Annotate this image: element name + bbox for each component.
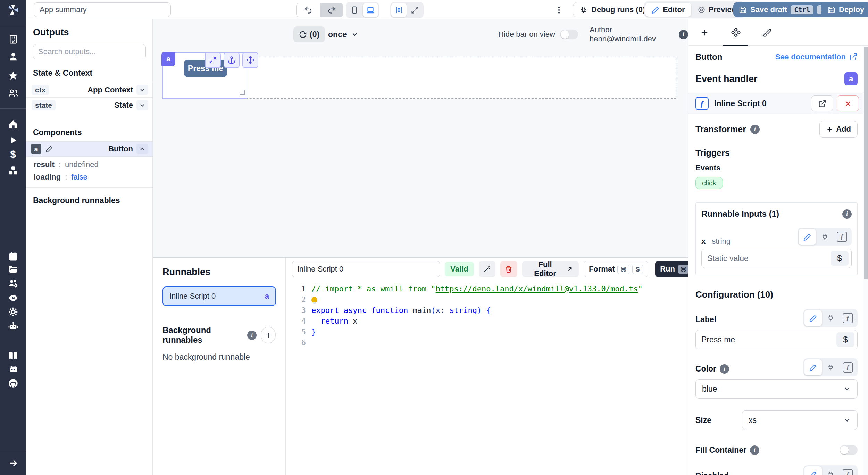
result-output-row[interactable]: result : undefined: [34, 160, 152, 169]
label-value-input[interactable]: [701, 335, 836, 344]
code-lines[interactable]: // import * as wmill from "https://deno.…: [306, 283, 643, 475]
sidebar-collapse-arrow-icon[interactable]: [7, 457, 19, 469]
app-canvas[interactable]: (0) once Hide bar on view Author henri@w…: [153, 19, 688, 257]
info-icon[interactable]: i: [247, 331, 257, 340]
refresh-interval-dropdown[interactable]: once: [328, 26, 359, 42]
panel-scrollbar[interactable]: [863, 46, 868, 475]
full-editor-button[interactable]: Full Editor: [522, 261, 579, 277]
state-row[interactable]: state State: [26, 97, 152, 112]
undo-icon: [304, 6, 313, 15]
eval-mode-button[interactable]: ƒ: [839, 466, 857, 475]
sidebar-item-workers-icon[interactable]: [7, 277, 19, 290]
scrollbar-thumb[interactable]: [864, 47, 868, 279]
sidebar-item-docs-icon[interactable]: [7, 349, 19, 362]
connect-mode-button[interactable]: [822, 466, 839, 475]
component-a-row[interactable]: a Button: [26, 141, 152, 157]
connect-mode-button[interactable]: [822, 310, 839, 326]
connect-mode-button[interactable]: [816, 229, 833, 245]
sidebar-item-resources-icon[interactable]: [7, 164, 19, 177]
color-select[interactable]: blue: [695, 379, 858, 399]
detach-script-button[interactable]: [837, 95, 859, 111]
tab-insert-component[interactable]: [689, 19, 720, 45]
debug-runs-button[interactable]: Debug runs (0): [573, 2, 652, 17]
eval-mode-button[interactable]: ƒ: [839, 359, 857, 375]
tab-editor[interactable]: Editor: [645, 3, 691, 17]
size-select[interactable]: xs: [742, 410, 858, 430]
sidebar-item-favorites-icon[interactable]: [7, 69, 19, 82]
eval-mode-button[interactable]: ƒ: [833, 229, 851, 245]
runnable-inputs-title: Runnable Inputs (1): [701, 209, 779, 219]
info-icon[interactable]: i: [750, 445, 759, 455]
code-editor[interactable]: 123456 // import * as wmill from "https:…: [286, 280, 715, 475]
app-summary-input[interactable]: [34, 2, 171, 17]
runnable-item-inline-script-0[interactable]: Inline Script 0 a: [162, 286, 276, 306]
static-mode-button[interactable]: [804, 310, 822, 326]
expand-component-button[interactable]: [205, 52, 221, 68]
configuration-title: Configuration (10): [695, 289, 858, 300]
script-name-input[interactable]: [292, 261, 440, 277]
fill-container-toggle[interactable]: [840, 445, 858, 455]
add-background-runnable-button[interactable]: [261, 327, 276, 343]
attached-script-row[interactable]: ƒ Inline Script 0: [688, 93, 868, 114]
components-grid-icon: [731, 28, 741, 37]
template-var-button[interactable]: $: [836, 332, 854, 347]
static-mode-button[interactable]: [804, 466, 822, 475]
static-mode-button[interactable]: [799, 229, 816, 245]
transformer-title: Transformer: [695, 124, 746, 134]
sidebar-item-variables-icon[interactable]: $: [7, 148, 19, 160]
sidebar-item-github-icon[interactable]: [7, 377, 19, 390]
sidebar-item-groups-icon[interactable]: [7, 87, 19, 99]
desktop-view-button[interactable]: [363, 3, 378, 17]
template-var-button[interactable]: $: [831, 251, 849, 266]
sidebar-item-user[interactable]: [7, 50, 19, 63]
redo-button[interactable]: [320, 3, 343, 17]
state-expand-button[interactable]: [136, 100, 148, 110]
sidebar-item-ai-bot-icon[interactable]: [7, 320, 19, 332]
sidebar-item-audit-icon[interactable]: [7, 292, 19, 304]
eval-mode-button[interactable]: ƒ: [839, 310, 857, 326]
format-button[interactable]: Format ⌘ S: [584, 261, 648, 277]
center-align-button[interactable]: [391, 3, 407, 17]
deploy-button[interactable]: Deploy: [821, 2, 868, 17]
move-component-button[interactable]: [242, 52, 258, 68]
undo-button[interactable]: [297, 3, 320, 17]
tab-theme-styling[interactable]: [752, 19, 782, 45]
sidebar-item-settings-icon[interactable]: [7, 306, 19, 318]
info-icon[interactable]: i: [842, 209, 852, 219]
resize-handle[interactable]: [240, 90, 245, 95]
quickfix-lightbulb-icon[interactable]: [311, 297, 317, 303]
delete-script-button[interactable]: [500, 261, 517, 277]
windmill-logo-icon[interactable]: [7, 3, 19, 16]
sidebar-item-runs-icon[interactable]: [7, 134, 19, 147]
static-mode-button[interactable]: [804, 359, 822, 375]
more-menu-button[interactable]: [553, 4, 565, 16]
see-documentation-link[interactable]: See documentation: [775, 52, 858, 61]
ctx-row[interactable]: ctx App Context: [26, 82, 152, 97]
hide-bar-toggle[interactable]: [560, 30, 578, 39]
sidebar-item-workspace[interactable]: [7, 33, 19, 45]
fullwidth-button[interactable]: [407, 3, 423, 17]
component-type-label: Button: [108, 144, 133, 153]
loading-output-row[interactable]: loading : false: [34, 173, 152, 182]
add-transformer-button[interactable]: Add: [819, 121, 858, 138]
search-outputs-input[interactable]: [33, 44, 146, 59]
edit-id-pencil-icon[interactable]: [45, 145, 53, 153]
component-collapse-button[interactable]: [136, 144, 148, 154]
anchor-component-button[interactable]: [224, 52, 240, 68]
save-draft-button[interactable]: Save draft Ctrl S: [733, 2, 834, 17]
static-value-input[interactable]: [707, 254, 831, 263]
open-script-button[interactable]: [811, 95, 833, 111]
sidebar-item-folders-icon[interactable]: [7, 263, 19, 276]
tab-component-settings[interactable]: [720, 19, 751, 45]
mobile-view-button[interactable]: [347, 3, 362, 17]
ctx-expand-button[interactable]: [136, 85, 148, 95]
author-info-icon[interactable]: i: [679, 30, 688, 39]
ai-assistant-button[interactable]: [479, 261, 495, 277]
connect-mode-button[interactable]: [822, 359, 839, 375]
sidebar-item-schedules-icon[interactable]: [7, 250, 19, 262]
refresh-runnables-button[interactable]: (0): [293, 26, 325, 42]
sidebar-item-home-icon[interactable]: [7, 118, 19, 131]
info-icon[interactable]: i: [720, 364, 729, 374]
sidebar-item-discord-icon[interactable]: [7, 363, 19, 376]
info-icon[interactable]: i: [750, 125, 760, 134]
